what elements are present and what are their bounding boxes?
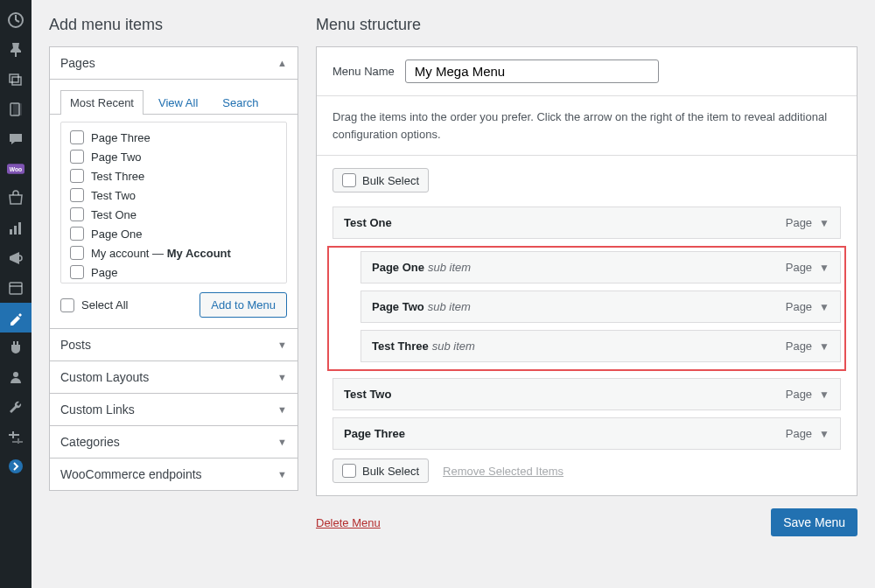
plugins-icon[interactable] [0, 332, 32, 362]
accordion: Pages ▲ Most Recent View All Search Page… [49, 46, 298, 491]
bulk-select-bottom-button[interactable]: Bulk Select [332, 458, 429, 483]
svg-rect-1 [10, 74, 18, 82]
caret-down-icon[interactable]: ▼ [819, 301, 830, 313]
tools-icon[interactable] [0, 392, 32, 422]
caret-down-icon: ▼ [277, 404, 287, 415]
page-list[interactable]: Page ThreePage TwoTest ThreeTest TwoTest… [60, 122, 287, 284]
menu-item-subtext: sub item [432, 340, 475, 353]
analytics-icon[interactable] [0, 214, 32, 243]
pages-icon[interactable] [0, 94, 32, 124]
menu-item[interactable]: Page Two sub itemPage▼ [360, 290, 841, 323]
menu-item-title: Test Three [372, 340, 429, 353]
media-icon[interactable] [0, 65, 32, 94]
custom-links-panel-header[interactable]: Custom Links▼ [50, 393, 298, 425]
custom-layouts-panel-header[interactable]: Custom Layouts▼ [50, 360, 298, 393]
menu-item[interactable]: Page ThreePage▼ [332, 417, 841, 450]
dashboard-icon[interactable] [0, 5, 32, 35]
page-list-item[interactable]: Page One [61, 224, 286, 243]
page-item-label: Page [91, 266, 117, 279]
menu-item[interactable]: Test OnePage▼ [332, 206, 841, 239]
page-list-item[interactable]: Page Two [61, 147, 286, 166]
categories-panel-header[interactable]: Categories▼ [50, 425, 298, 458]
pages-panel-header[interactable]: Pages ▲ [50, 47, 298, 79]
menu-items: Test OnePage▼Page One sub itemPage▼Page … [332, 206, 841, 450]
page-item-checkbox[interactable] [70, 265, 84, 279]
users-icon[interactable] [0, 362, 32, 392]
select-all-checkbox[interactable] [60, 298, 74, 312]
woocommerce-endpoints-panel-header[interactable]: WooCommerce endpoints▼ [50, 458, 298, 490]
menu-item-title: Page One [372, 261, 424, 274]
select-all[interactable]: Select All [60, 298, 128, 312]
page-list-item[interactable]: Test Three [61, 166, 286, 186]
bulk-select-top-label: Bulk Select [362, 174, 419, 187]
posts-label: Posts [60, 338, 91, 352]
page-list-item[interactable]: Page Three [61, 128, 286, 147]
woocommerce-endpoints-label: WooCommerce endpoints [60, 467, 202, 481]
add-items-title: Add menu items [49, 16, 298, 34]
collapse-icon[interactable] [0, 452, 32, 481]
page-list-item[interactable]: Test Two [61, 186, 286, 205]
menu-item-type: Page [786, 300, 812, 313]
menu-instructions: Drag the items into the order you prefer… [317, 96, 857, 156]
delete-menu-link[interactable]: Delete Menu [316, 516, 381, 529]
products-icon[interactable] [0, 184, 32, 214]
bulk-select-top-checkbox[interactable] [342, 173, 356, 187]
caret-down-icon[interactable]: ▼ [819, 428, 830, 440]
posts-panel-header[interactable]: Posts▼ [50, 328, 298, 360]
caret-down-icon[interactable]: ▼ [819, 340, 830, 353]
menu-item-title: Test One [344, 216, 392, 229]
page-item-checkbox[interactable] [70, 150, 84, 164]
caret-down-icon[interactable]: ▼ [819, 262, 830, 274]
bulk-select-bottom-checkbox[interactable] [342, 464, 356, 478]
menu-item-type: Page [786, 388, 812, 401]
marketing-icon[interactable] [0, 243, 32, 273]
pin-icon[interactable] [0, 35, 32, 65]
tab-view-all[interactable]: View All [149, 90, 207, 115]
menu-item-title: Page Two [372, 300, 424, 313]
menu-name-input[interactable] [405, 60, 659, 83]
menu-item[interactable]: Test Three sub itemPage▼ [360, 330, 841, 362]
menu-settings-box: Menu Name Drag the items into the order … [316, 46, 858, 496]
tab-search[interactable]: Search [213, 90, 268, 115]
settings-icon[interactable] [0, 422, 32, 452]
menu-structure-title: Menu structure [316, 16, 858, 34]
select-all-label: Select All [81, 298, 128, 312]
caret-down-icon: ▼ [277, 469, 287, 480]
page-item-checkbox[interactable] [70, 246, 84, 260]
page-item-checkbox[interactable] [70, 227, 84, 241]
page-list-item[interactable]: Page [61, 262, 286, 282]
main-content: Add menu items Pages ▲ Most Recent View … [32, 0, 875, 588]
tab-most-recent[interactable]: Most Recent [60, 90, 144, 115]
menu-item-subtext: sub item [428, 261, 471, 274]
page-item-checkbox[interactable] [70, 130, 84, 144]
svg-point-11 [13, 372, 18, 377]
add-to-menu-button[interactable]: Add to Menu [200, 292, 287, 318]
page-item-checkbox[interactable] [70, 188, 84, 202]
calendar-icon[interactable] [0, 273, 32, 303]
bulk-select-top-button[interactable]: Bulk Select [332, 168, 429, 192]
caret-down-icon[interactable]: ▼ [819, 388, 830, 401]
comments-icon[interactable] [0, 124, 32, 154]
save-menu-button[interactable]: Save Menu [771, 508, 858, 536]
page-item-label: Test Two [91, 189, 136, 202]
menu-name-label: Menu Name [332, 65, 395, 78]
page-list-item[interactable]: Test One [61, 205, 286, 224]
admin-menu: Woo [0, 0, 32, 588]
page-item-label: Page One [91, 228, 143, 241]
woocommerce-icon[interactable]: Woo [0, 154, 32, 184]
caret-down-icon[interactable]: ▼ [819, 217, 830, 229]
categories-label: Categories [60, 435, 120, 449]
menu-item-title: Test Two [344, 388, 391, 401]
svg-rect-4 [13, 103, 22, 116]
appearance-icon[interactable] [0, 303, 32, 332]
menu-item[interactable]: Test TwoPage▼ [332, 378, 841, 410]
menu-item-type: Page [786, 340, 812, 353]
page-item-checkbox[interactable] [70, 169, 84, 183]
menu-item[interactable]: Page One sub itemPage▼ [360, 251, 841, 284]
page-list-item[interactable]: My account — My Account [61, 243, 286, 262]
svg-rect-8 [14, 226, 17, 234]
highlighted-sub-items: Page One sub itemPage▼Page Two sub itemP… [327, 246, 846, 371]
menu-item-subtext: sub item [428, 300, 471, 313]
page-item-checkbox[interactable] [70, 207, 84, 221]
svg-rect-10 [10, 283, 22, 294]
